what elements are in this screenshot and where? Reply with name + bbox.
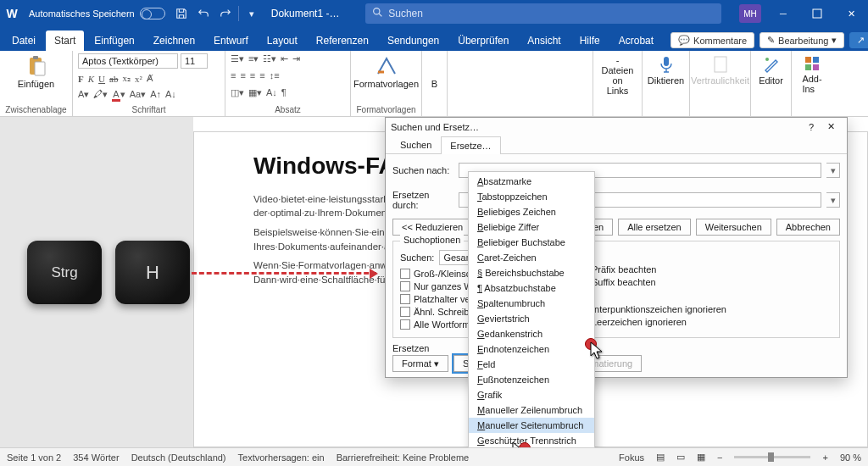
search-box[interactable]: Suchen [365,3,721,24]
indent-button[interactable]: ⇥ [292,53,300,64]
view-print-layout-icon[interactable]: ▤ [656,452,665,463]
menu-item-endnotenzeichen[interactable]: Endnotenzeichen [469,341,594,357]
maximize-button[interactable] [800,0,834,27]
cancel-button[interactable]: Abbrechen [776,219,840,236]
status-language[interactable]: Deutsch (Deutschland) [131,452,226,463]
menu-item--bereichsbuchstabe[interactable]: § Bereichsbuchstabe [469,265,594,280]
menu-item-geviertstrich[interactable]: Geviertstrich [469,311,594,326]
find-next-button[interactable]: Weitersuchen [696,219,771,236]
menu-item-caret-zeichen[interactable]: Caret-Zeichen [469,250,594,265]
autosave-toggle[interactable]: Automatisches Speichern [24,8,170,19]
dictate-button[interactable]: Diktieren [648,53,684,87]
status-text-predictions[interactable]: Textvorhersagen: ein [238,452,325,463]
tab-hilfe[interactable]: Hilfe [571,31,609,51]
clear-format-button[interactable]: A̸ [147,73,153,84]
redo-icon[interactable] [214,3,236,25]
paste-button[interactable]: Einfügen [5,53,67,91]
bold-button[interactable]: F [78,74,84,84]
tab-start[interactable]: Start [46,31,84,51]
toggle-switch-icon[interactable] [140,8,165,19]
tab-datei[interactable]: Datei [3,31,44,51]
status-page[interactable]: Seite 1 von 2 [7,452,61,463]
align-center-button[interactable]: ≡ [240,70,245,80]
subscript-button[interactable]: x₂ [122,73,131,84]
menu-item-manueller-zeilenumbruch[interactable]: Manueller Zeilenumbruch [469,402,594,418]
view-web-layout-icon[interactable]: ▦ [697,452,705,463]
shading-button[interactable]: ◫▾ [231,87,244,98]
save-icon[interactable] [170,3,192,25]
zoom-out-button[interactable]: − [717,452,722,463]
justify-button[interactable]: ≡ [259,70,264,80]
dialog-help-button[interactable]: ? [802,122,821,132]
tab-ueberpruefen[interactable]: Überprüfen [449,31,517,51]
quickaccess-more-icon[interactable]: ▾ [241,3,263,25]
change-case-button[interactable]: Aa▾ [130,89,146,100]
tab-layout[interactable]: Layout [259,31,306,51]
borders-button[interactable]: ▦▾ [248,87,262,98]
align-left-button[interactable]: ≡ [231,70,236,80]
dialog-close-button[interactable]: ✕ [821,121,842,132]
undo-icon[interactable] [192,3,214,25]
input-search-for-dropdown[interactable]: ▾ [826,163,840,178]
underline-button[interactable]: U [98,74,105,84]
reduce-button[interactable]: << Reduzieren [392,219,472,236]
minimize-button[interactable]: ─ [766,0,800,27]
menu-item-gesch-tzter-trennstrich[interactable]: Geschützter Trennstrich [469,433,594,447]
tab-acrobat[interactable]: Acrobat [610,31,662,51]
chk-prefix[interactable]: Präfix beachten [578,264,832,275]
menu-item-fu-notenzeichen[interactable]: Fußnotenzeichen [469,372,594,387]
status-focus[interactable]: Fokus [619,452,644,463]
editing-mode-button[interactable]: ✎ Bearbeitung ▾ [760,32,844,48]
status-word-count[interactable]: 354 Wörter [73,452,119,463]
shrink-font-button[interactable]: A↓ [165,89,176,99]
font-family-select[interactable]: Aptos (Textkörper) [78,53,178,69]
menu-item-feld[interactable]: Feld [469,357,594,372]
menu-item-gedankenstrich[interactable]: Gedankenstrich [469,326,594,341]
format-button[interactable]: Format ▾ [392,355,448,372]
chk-ignore-punct[interactable]: Interpunktionszeichen ignorieren [578,304,832,314]
chk-ignore-spaces[interactable]: Leerzeichen ignorieren [578,317,832,327]
menu-item-spaltenumbruch[interactable]: Spaltenumbruch [469,296,594,311]
tab-einfuegen[interactable]: Einfügen [86,31,142,51]
zoom-in-button[interactable]: + [822,452,827,463]
tab-entwurf[interactable]: Entwurf [205,31,257,51]
bullets-button[interactable]: ☰▾ [231,53,244,64]
replace-all-button[interactable]: Alle ersetzen [618,219,691,236]
menu-item-absatzmarke[interactable]: Absatzmarke [469,174,594,189]
strike-button[interactable]: ab [109,74,118,84]
view-read-mode-icon[interactable]: ▭ [676,452,685,463]
outdent-button[interactable]: ⇤ [281,53,288,64]
italic-button[interactable]: K [88,74,94,84]
account-badge[interactable]: MH [739,4,761,23]
show-marks-button[interactable]: ¶ [281,87,287,97]
font-color-button[interactable]: A▾ [112,89,125,100]
highlight-button[interactable]: 🖍▾ [93,89,108,100]
tab-referenzen[interactable]: Referenzen [308,31,377,51]
adobe-links-button[interactable]: -Dateien on Links [598,53,637,97]
dialog-tab-replace[interactable]: Ersetze… [441,136,500,154]
close-button[interactable]: ✕ [834,0,868,27]
menu-item-tabstoppzeichen[interactable]: Tabstoppzeichen [469,189,594,204]
share-button[interactable]: ↗ Freigeben ▾ [849,32,868,48]
sort-button[interactable]: A↓ [266,87,277,97]
superscript-button[interactable]: x² [135,74,142,84]
editor-button[interactable]: Editor [756,53,786,87]
menu-item-beliebiges-zeichen[interactable]: Beliebiges Zeichen [469,204,594,219]
numbering-button[interactable]: ≡▾ [248,53,259,64]
menu-item-grafik[interactable]: Grafik [469,387,594,402]
tab-zeichnen[interactable]: Zeichnen [145,31,203,51]
addins-button[interactable]: Add- Ins [797,53,827,96]
grow-font-button[interactable]: A↑ [150,89,161,99]
menu-item-manueller-seitenumbruch[interactable]: Manueller Seitenumbruch [469,418,594,433]
tab-sendungen[interactable]: Sendungen [379,31,448,51]
partial-button-b[interactable]: B [426,77,442,91]
tab-ansicht[interactable]: Ansicht [519,31,569,51]
dialog-tab-search[interactable]: Suchen [391,136,441,153]
menu-item-beliebige-ziffer[interactable]: Beliebige Ziffer [469,219,594,235]
text-effects-button[interactable]: A▾ [78,89,89,100]
comments-button[interactable]: 💬 Kommentare [670,32,754,48]
font-size-select[interactable]: 11 [181,53,208,69]
status-accessibility[interactable]: Barrierefreiheit: Keine Probleme [337,452,470,463]
line-spacing-button[interactable]: ↕≡ [270,70,280,80]
menu-item--absatzbuchstabe[interactable]: ¶ Absatzbuchstabe [469,280,594,296]
